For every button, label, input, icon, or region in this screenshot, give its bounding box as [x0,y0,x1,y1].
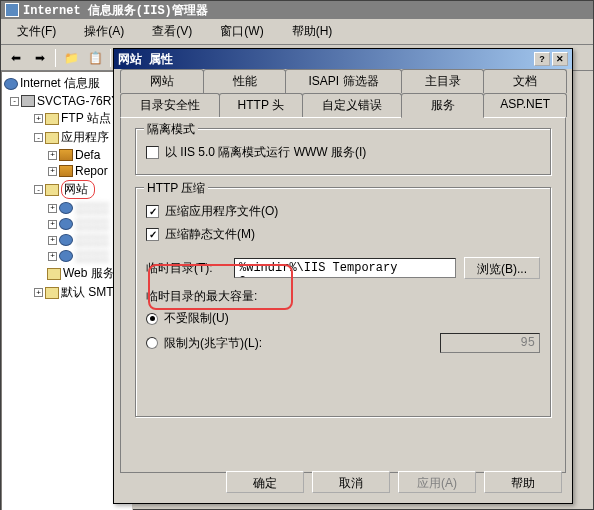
menu-action[interactable]: 操作(A) [72,21,136,42]
unlimited-radio[interactable] [146,313,158,325]
tab-docs[interactable]: 文档 [483,69,567,93]
tab-panel: 隔离模式 以 IIS 5.0 隔离模式运行 WWW 服务(I) HTTP 压缩 … [120,117,566,473]
compress-apps-checkbox[interactable] [146,205,159,218]
forward-button[interactable]: ➡ [29,47,51,69]
app-icon [5,3,19,17]
tab-service[interactable]: 服务 [401,93,485,118]
properties-button[interactable]: 📋 [84,47,106,69]
compression-group: HTTP 压缩 压缩应用程序文件(O) 压缩静态文件(M) 临时目录(T): %… [135,187,551,417]
computer-icon [21,95,35,107]
tree-site2[interactable]: +░░░░ [4,216,130,232]
tree-defa[interactable]: +Defa [4,147,130,163]
up-button[interactable]: 📁 [60,47,82,69]
menu-file[interactable]: 文件(F) [5,21,68,42]
menu-view[interactable]: 查看(V) [140,21,204,42]
tree-webservice[interactable]: Web 服务 [4,264,130,283]
apply-button[interactable]: 应用(A) [398,471,476,493]
main-titlebar: Internet 信息服务(IIS)管理器 [1,1,593,19]
menubar: 文件(F) 操作(A) 查看(V) 窗口(W) 帮助(H) [1,19,593,45]
isolation-group: 隔离模式 以 IIS 5.0 隔离模式运行 WWW 服务(I) [135,128,551,175]
unlimited-label: 不受限制(U) [164,310,229,327]
tab-dirsec[interactable]: 目录安全性 [120,93,220,117]
compress-static-checkbox[interactable] [146,228,159,241]
isolation-title: 隔离模式 [144,121,198,138]
isolation-label: 以 IIS 5.0 隔离模式运行 WWW 服务(I) [165,144,366,161]
cancel-button[interactable]: 取消 [312,471,390,493]
size-input: 95 [440,333,540,353]
main-title: Internet 信息服务(IIS)管理器 [23,2,208,19]
tree-server[interactable]: - SVCTAG-76RY [4,93,130,109]
expand-box[interactable]: - [10,97,19,106]
tree-smtp[interactable]: +默认 SMT [4,283,130,302]
limited-radio[interactable] [146,337,158,349]
isolation-checkbox[interactable] [146,146,159,159]
dialog-titlebar[interactable]: 网站 属性 ? ✕ [114,49,572,69]
ok-button[interactable]: 确定 [226,471,304,493]
menu-window[interactable]: 窗口(W) [208,21,275,42]
dialog-title: 网站 属性 [118,51,173,68]
menu-help[interactable]: 帮助(H) [280,21,345,42]
tree-site4[interactable]: +░░░░ [4,248,130,264]
tree-root[interactable]: Internet 信息服 [4,74,130,93]
tree-apps[interactable]: -应用程序 [4,128,130,147]
tab-http[interactable]: HTTP 头 [219,93,303,117]
back-button[interactable]: ⬅ [5,47,27,69]
properties-dialog: 网站 属性 ? ✕ 网站 性能 ISAPI 筛选器 主目录 文档 目录安全性 H… [113,48,573,504]
tab-homedir[interactable]: 主目录 [401,69,485,93]
tree-ftp[interactable]: +FTP 站点 [4,109,130,128]
help-button[interactable]: ? [534,52,550,66]
dialog-help-button[interactable]: 帮助 [484,471,562,493]
compression-title: HTTP 压缩 [144,180,208,197]
tab-errors[interactable]: 自定义错误 [302,93,402,117]
compress-static-label: 压缩静态文件(M) [165,226,255,243]
browse-button[interactable]: 浏览(B)... [464,257,540,279]
tree-repor[interactable]: +Repor [4,163,130,179]
tab-performance[interactable]: 性能 [203,69,287,93]
globe-icon [4,78,18,90]
compress-apps-label: 压缩应用程序文件(O) [165,203,278,220]
tab-aspnet[interactable]: ASP.NET [483,93,567,117]
tree-websites[interactable]: -网站 [4,179,130,200]
tree-site3[interactable]: +░░░░ [4,232,130,248]
tree-site1[interactable]: +░░░░ [4,200,130,216]
tempdir-input[interactable]: %windir%\IIS Temporary Compres [234,258,456,278]
close-button[interactable]: ✕ [552,52,568,66]
tab-isapi[interactable]: ISAPI 筛选器 [285,69,401,93]
maxsize-label: 临时目录的最大容量: [146,288,540,305]
tempdir-label: 临时目录(T): [146,260,226,277]
tab-website[interactable]: 网站 [120,69,204,93]
dialog-buttons: 确定 取消 应用(A) 帮助 [226,471,562,493]
limited-label: 限制为(兆字节)(L): [164,335,262,352]
